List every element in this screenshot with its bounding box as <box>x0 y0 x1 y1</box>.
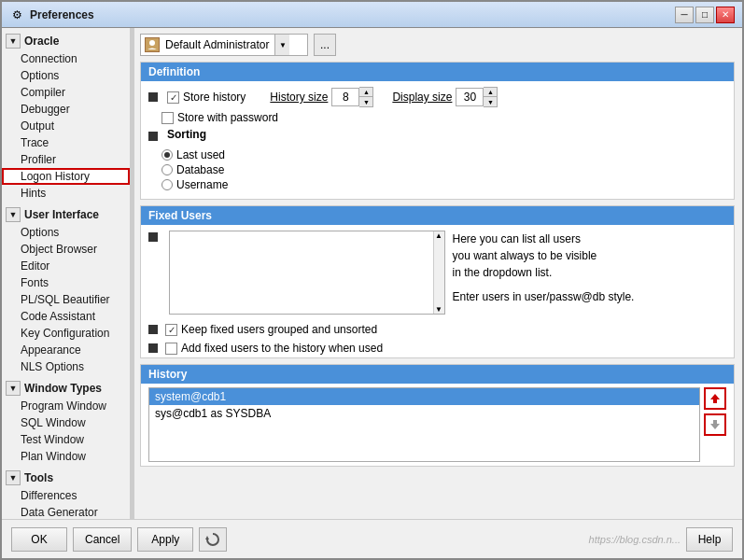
keep-grouped-label: Keep fixed users grouped and unsorted <box>181 323 377 336</box>
history-size-arrows: ▲ ▼ <box>359 87 373 107</box>
sort-database-label: Database <box>176 163 224 176</box>
fixed-users-scrollbar: ▲ ▼ <box>433 231 444 314</box>
history-item-1[interactable]: sys@cdb1 as SYSDBA <box>149 405 699 422</box>
sidebar-item-hints[interactable]: Hints <box>2 185 130 202</box>
sidebar-item-object-browser[interactable]: Object Browser <box>2 241 130 258</box>
tools-expand-icon[interactable]: ▼ <box>6 470 21 485</box>
window-types-expand-icon[interactable]: ▼ <box>6 381 21 396</box>
sidebar-item-options[interactable]: Options <box>2 67 130 84</box>
sidebar-item-key-configuration[interactable]: Key Configuration <box>2 325 130 342</box>
main-panel: Default Administrator ▼ ... Definition <box>134 28 742 519</box>
svg-rect-4 <box>713 420 717 424</box>
store-password-checkbox[interactable] <box>161 112 174 124</box>
display-size-up[interactable]: ▲ <box>484 88 497 97</box>
content-area: ▼ Oracle Connection Options Compiler Deb… <box>2 28 742 519</box>
keep-grouped-row: Keep fixed users grouped and unsorted <box>141 320 734 339</box>
profile-dropdown[interactable]: Default Administrator ▼ <box>140 34 308 56</box>
history-list: system@cdb1 sys@cdb1 as SYSDBA <box>148 387 700 462</box>
add-to-history-label: Add fixed users to the history when used <box>181 342 383 355</box>
fixed-users-textarea[interactable]: ▲ ▼ <box>169 231 445 315</box>
ok-button[interactable]: OK <box>11 527 67 552</box>
sidebar-item-ui-options[interactable]: Options <box>2 224 130 241</box>
store-history-checkbox[interactable] <box>167 91 179 104</box>
fixed-users-info-line5: Enter users in user/passw@db style. <box>453 288 727 305</box>
profile-more-button[interactable]: ... <box>314 34 336 56</box>
fixed-users-scroll-down[interactable]: ▼ <box>435 305 442 314</box>
apply-button[interactable]: Apply <box>137 527 193 552</box>
sidebar-item-fonts[interactable]: Fonts <box>2 274 130 291</box>
store-history-indicator <box>148 92 158 102</box>
sort-username-label: Username <box>176 178 228 191</box>
fixed-users-input-area[interactable] <box>170 231 433 314</box>
history-action-buttons <box>704 387 726 462</box>
sidebar-item-plsql-beautifier[interactable]: PL/SQL Beautifier <box>2 291 130 308</box>
display-size-input[interactable] <box>456 88 484 106</box>
window-controls: ─ □ ✕ <box>675 7 735 23</box>
svg-marker-5 <box>205 536 209 539</box>
fixed-users-scroll-up[interactable]: ▲ <box>435 231 442 240</box>
minimize-button[interactable]: ─ <box>675 7 694 23</box>
profile-label: Default Administrator <box>165 38 269 51</box>
sidebar-item-trace[interactable]: Trace <box>2 134 130 151</box>
keep-grouped-checkbox[interactable] <box>165 324 177 336</box>
oracle-section-header[interactable]: ▼ Oracle <box>2 32 130 50</box>
svg-marker-3 <box>710 424 720 429</box>
sidebar-item-sql-window[interactable]: SQL Window <box>2 414 130 431</box>
help-button[interactable]: Help <box>686 527 733 552</box>
close-button[interactable]: ✕ <box>716 7 735 23</box>
sidebar-item-test-window[interactable]: Test Window <box>2 431 130 448</box>
sort-username-row: Username <box>161 178 726 191</box>
history-size-down[interactable]: ▼ <box>359 97 372 106</box>
sort-last-used-radio[interactable] <box>161 149 173 161</box>
reset-button[interactable] <box>199 527 227 552</box>
history-size-spinner: ▲ ▼ <box>331 87 373 107</box>
ui-section-label: User Interface <box>24 208 99 221</box>
cancel-button[interactable]: Cancel <box>73 527 132 552</box>
oracle-expand-icon[interactable]: ▼ <box>6 34 21 49</box>
sidebar-item-logon-history[interactable]: Logon History <box>2 168 130 185</box>
history-with-buttons: system@cdb1 sys@cdb1 as SYSDBA <box>148 387 726 462</box>
sorting-title: Sorting <box>167 128 206 141</box>
ui-section-header[interactable]: ▼ User Interface <box>2 205 130 224</box>
scrollable-content: Definition Store history History si <box>140 62 737 519</box>
sort-database-radio[interactable] <box>161 164 173 175</box>
history-move-up-button[interactable] <box>704 387 726 410</box>
sidebar-item-data-generator[interactable]: Data Generator <box>2 504 130 519</box>
sidebar-item-nls-options[interactable]: NLS Options <box>2 358 130 375</box>
sidebar-item-editor[interactable]: Editor <box>2 258 130 274</box>
store-history-label: Store history <box>183 91 246 104</box>
sidebar-item-debugger[interactable]: Debugger <box>2 101 130 118</box>
profile-dropdown-arrow[interactable]: ▼ <box>274 35 289 55</box>
sort-last-used-row: Last used <box>161 148 726 161</box>
sorting-header-row: Sorting <box>148 128 726 145</box>
store-history-checkbox-wrapper: Store history <box>167 91 246 104</box>
sidebar-item-profiler[interactable]: Profiler <box>2 151 130 168</box>
window-types-section-header[interactable]: ▼ Window Types <box>2 379 130 398</box>
history-size-input[interactable] <box>331 88 359 106</box>
sidebar-item-plan-window[interactable]: Plan Window <box>2 448 130 465</box>
history-move-down-button[interactable] <box>704 413 726 436</box>
sidebar-item-output[interactable]: Output <box>2 118 130 134</box>
add-to-history-checkbox[interactable] <box>165 343 177 355</box>
tools-section-label: Tools <box>24 471 53 484</box>
store-password-checkbox-wrapper: Store with password <box>161 111 278 124</box>
ui-expand-icon[interactable]: ▼ <box>6 207 21 222</box>
fixed-users-info-spacer <box>453 281 727 288</box>
sidebar-item-differences[interactable]: Differences <box>2 487 130 504</box>
window-title: Preferences <box>30 8 675 21</box>
watermark: https://blog.csdn.n... <box>232 534 681 545</box>
sidebar-item-appearance[interactable]: Appearance <box>2 342 130 358</box>
history-section: History system@cdb1 sys@cdb1 as SYSDBA <box>140 364 735 467</box>
sidebar-item-code-assistant[interactable]: Code Assistant <box>2 308 130 325</box>
sidebar-item-connection[interactable]: Connection <box>2 50 130 67</box>
tools-section-header[interactable]: ▼ Tools <box>2 469 130 487</box>
sidebar-item-program-window[interactable]: Program Window <box>2 398 130 414</box>
add-to-history-row: Add fixed users to the history when used <box>141 339 734 357</box>
sort-username-radio[interactable] <box>161 179 173 190</box>
history-item-0[interactable]: system@cdb1 <box>149 388 699 405</box>
fixed-users-content: ▲ ▼ Here you can list all users you want… <box>141 225 734 320</box>
sidebar-item-compiler[interactable]: Compiler <box>2 84 130 101</box>
history-size-up[interactable]: ▲ <box>359 88 372 97</box>
display-size-down[interactable]: ▼ <box>484 97 497 106</box>
maximize-button[interactable]: □ <box>695 7 714 23</box>
